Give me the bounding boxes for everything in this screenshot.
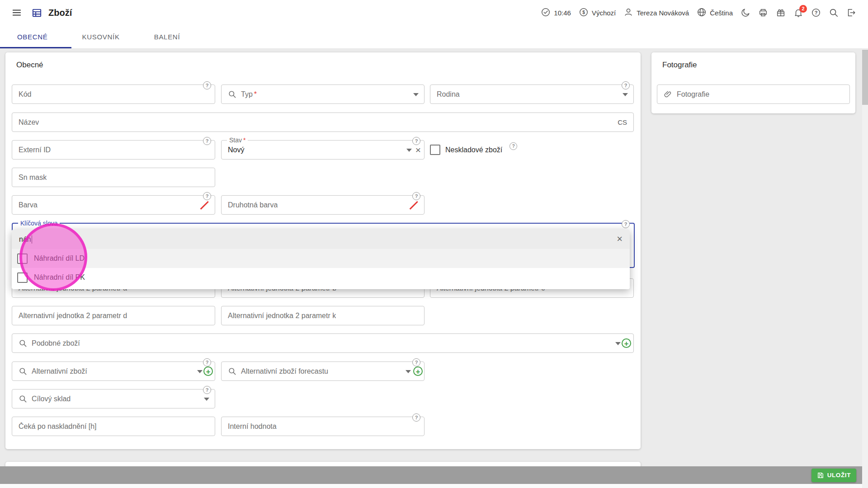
save-disk-icon: [817, 472, 824, 479]
chevron-down-icon: [615, 342, 621, 345]
neskladove-checkbox-row[interactable]: Neskladové zboží ?: [430, 140, 517, 160]
nazev-label: Název: [19, 118, 39, 127]
alternativni-zbozi-forecast-select[interactable]: Alternativní zboží forecastu + ?: [221, 361, 425, 381]
cilovy-sklad-select[interactable]: Cílový sklad ?: [12, 389, 215, 408]
help-badge-icon[interactable]: ?: [203, 192, 211, 200]
rodina-label: Rodina: [437, 90, 460, 99]
module-table-icon: [32, 8, 42, 18]
help-badge-icon[interactable]: ?: [412, 358, 420, 366]
nazev-field[interactable]: Název CS: [12, 113, 634, 132]
ceka-label: Čeká po naskladnění [h]: [19, 422, 97, 431]
alt-param-d-label: Alternativní jednotka 2 parametr d: [19, 312, 127, 320]
pricing-profile[interactable]: $ Výchozí: [579, 7, 616, 19]
help-badge-icon[interactable]: ?: [622, 220, 630, 228]
dropdown-option[interactable]: Náhradní díl LD: [12, 249, 630, 268]
help-badge-icon[interactable]: ?: [203, 386, 211, 394]
help-badge-icon[interactable]: ?: [509, 142, 517, 150]
druhotna-barva-field[interactable]: Druhotná barva ?: [221, 195, 425, 215]
language-label: Čeština: [710, 9, 733, 17]
sn-mask-label: Sn mask: [19, 174, 47, 182]
no-color-slash-icon[interactable]: [409, 200, 419, 210]
scrollbar-thumb[interactable]: [862, 50, 868, 105]
check-circle-icon: [541, 7, 551, 19]
top-bar: Zboží 10:46 $ Výchozí Tereza Nováková: [0, 0, 868, 25]
add-icon[interactable]: +: [413, 366, 423, 376]
interni-hodnota-field[interactable]: Interní hodnota ?: [221, 417, 425, 436]
help-badge-icon[interactable]: ?: [412, 413, 420, 422]
sn-mask-field[interactable]: Sn mask: [12, 168, 215, 187]
clear-icon[interactable]: ×: [617, 234, 623, 244]
tab-baleni[interactable]: BALENÍ: [137, 25, 198, 48]
alternativni-zbozi-forecast-label: Alternativní zboží forecastu: [241, 367, 328, 375]
search-icon[interactable]: [829, 8, 839, 18]
alternativni-zbozi-select[interactable]: Alternativní zboží + ?: [12, 361, 215, 381]
user-icon: [623, 7, 633, 19]
help-badge-icon[interactable]: ?: [203, 137, 211, 145]
user-menu[interactable]: Tereza Nováková: [623, 7, 689, 19]
chevron-down-icon: [413, 93, 419, 96]
kod-field[interactable]: Kód ?: [12, 84, 215, 104]
checkbox-icon[interactable]: [430, 145, 440, 155]
notifications-bell-icon[interactable]: 2: [793, 8, 803, 18]
externi-id-field[interactable]: Externí ID ?: [12, 140, 215, 160]
dark-mode-icon[interactable]: [741, 8, 750, 18]
no-color-slash-icon[interactable]: [199, 200, 209, 210]
dropdown-search-row[interactable]: náh ×: [12, 230, 630, 249]
footer-bar: ULOŽIT: [0, 466, 868, 484]
required-marker: *: [254, 90, 257, 99]
globe-icon: [697, 7, 707, 19]
save-button[interactable]: ULOŽIT: [811, 469, 856, 482]
interni-hodnota-label: Interní hodnota: [228, 422, 277, 431]
help-badge-icon[interactable]: ?: [412, 192, 420, 200]
alternativni-zbozi-label: Alternativní zboží: [32, 367, 87, 375]
connection-status: 10:46: [541, 7, 571, 19]
stav-value: Nový: [228, 146, 244, 154]
click-indicator: [19, 223, 87, 291]
active-tab-indicator: [0, 47, 71, 48]
podobne-zbozi-select[interactable]: Podobné zboží +: [12, 333, 634, 353]
print-icon[interactable]: [758, 8, 768, 18]
header-actions: 10:46 $ Výchozí Tereza Nováková Čeština: [541, 7, 856, 19]
logout-icon[interactable]: [846, 8, 856, 18]
field-search-icon: [228, 367, 236, 375]
notification-badge: 2: [799, 5, 807, 13]
alt-param-d-field[interactable]: Alternativní jednotka 2 parametr d: [12, 306, 215, 325]
currency-icon: $: [579, 7, 589, 19]
user-name: Tereza Nováková: [637, 9, 689, 17]
general-card-title: Obecné: [5, 52, 641, 70]
typ-select[interactable]: Typ *: [221, 84, 425, 104]
stav-select[interactable]: Stav* Nový × ?: [221, 140, 425, 160]
add-icon[interactable]: +: [203, 366, 213, 376]
help-badge-icon[interactable]: ?: [412, 137, 420, 145]
svg-text:?: ?: [815, 10, 818, 15]
help-badge-icon[interactable]: ?: [203, 358, 211, 366]
svg-text:$: $: [582, 9, 585, 14]
tab-bar: OBECNÉ KUSOVNÍK BALENÍ: [0, 25, 868, 49]
dropdown-option[interactable]: Náhradní díl PK: [12, 268, 630, 287]
tab-obecne[interactable]: OBECNÉ: [0, 25, 65, 48]
fotografie-upload-field[interactable]: Fotografie: [657, 84, 850, 104]
photo-card-title: Fotografie: [651, 52, 855, 70]
alt-param-k-field[interactable]: Alternativní jednotka 2 parametr k: [221, 306, 425, 325]
barva-field[interactable]: Barva ?: [12, 195, 215, 215]
kod-label: Kód: [19, 90, 31, 99]
menu-icon[interactable]: [12, 8, 22, 18]
help-icon[interactable]: ?: [811, 8, 821, 18]
chevron-down-icon: [623, 93, 628, 96]
field-search-icon: [228, 90, 236, 99]
help-badge-icon[interactable]: ?: [622, 81, 630, 89]
ceka-field[interactable]: Čeká po naskladnění [h]: [12, 417, 215, 436]
typ-label: Typ: [241, 90, 253, 99]
druhotna-barva-label: Druhotná barva: [228, 201, 278, 209]
field-search-icon: [19, 339, 27, 347]
rodina-select[interactable]: Rodina ?: [430, 84, 634, 104]
gift-icon[interactable]: [776, 8, 786, 18]
tab-kusovnik[interactable]: KUSOVNÍK: [65, 25, 137, 48]
field-search-icon: [19, 394, 27, 403]
scrollbar-track[interactable]: [862, 49, 868, 488]
language-selector[interactable]: Čeština: [697, 7, 733, 19]
clear-icon[interactable]: ×: [415, 145, 421, 154]
add-icon[interactable]: +: [622, 338, 631, 348]
chevron-down-icon: [406, 370, 411, 373]
help-badge-icon[interactable]: ?: [203, 81, 211, 89]
